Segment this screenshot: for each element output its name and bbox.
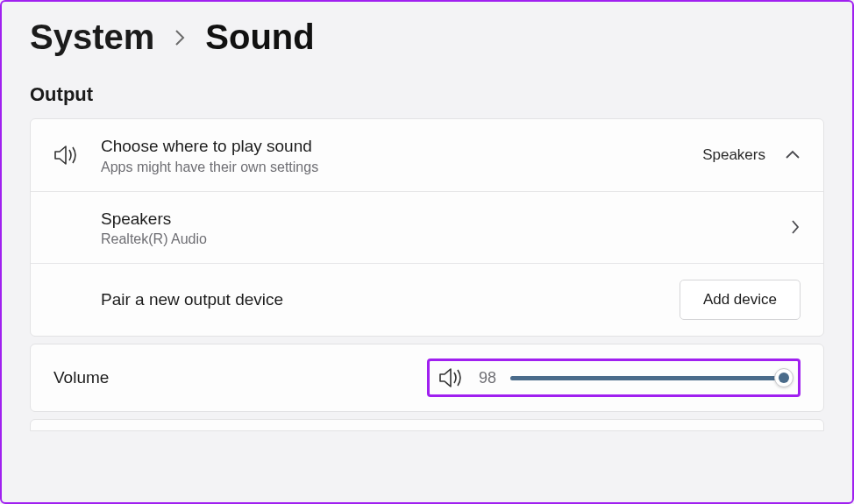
- speaker-icon: [53, 144, 80, 167]
- volume-label: Volume: [53, 368, 109, 387]
- output-heading: Output: [30, 83, 824, 106]
- choose-output-subtitle: Apps might have their own settings: [101, 160, 702, 175]
- chevron-up-icon: [785, 150, 801, 160]
- speaker-icon: [438, 366, 465, 389]
- device-driver: Realtek(R) Audio: [101, 231, 790, 247]
- pair-label: Pair a new output device: [101, 288, 680, 311]
- choose-output-row[interactable]: Choose where to play sound Apps might ha…: [31, 119, 823, 192]
- output-group: Choose where to play sound Apps might ha…: [30, 118, 824, 337]
- volume-card: Volume 98: [30, 344, 824, 412]
- choose-output-title: Choose where to play sound: [101, 135, 702, 158]
- volume-highlight: 98: [427, 358, 801, 397]
- next-card-peek: [30, 419, 824, 431]
- add-device-button[interactable]: Add device: [680, 280, 801, 320]
- breadcrumb-parent[interactable]: System: [30, 18, 154, 57]
- current-output-value: Speakers: [702, 146, 765, 164]
- volume-slider[interactable]: [510, 369, 789, 387]
- pair-device-row: Pair a new output device Add device: [31, 264, 823, 336]
- breadcrumb-current: Sound: [205, 18, 314, 57]
- output-device-row[interactable]: Speakers Realtek(R) Audio: [31, 192, 823, 265]
- volume-value: 98: [479, 369, 496, 387]
- breadcrumb: System Sound: [30, 18, 824, 57]
- chevron-right-icon: [174, 28, 186, 47]
- device-name: Speakers: [101, 208, 790, 231]
- chevron-right-icon: [790, 219, 801, 235]
